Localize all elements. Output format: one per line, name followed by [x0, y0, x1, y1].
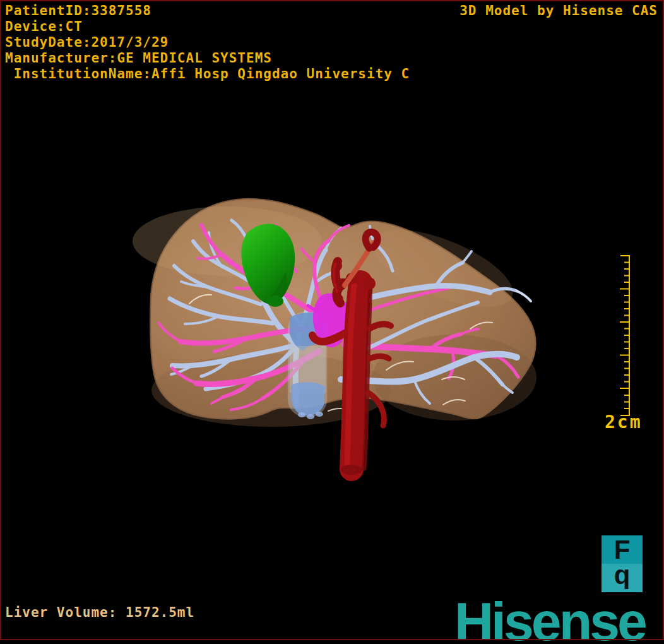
fd-logo-bottom: d [602, 564, 643, 592]
manufacturer-line: Manufacturer:GE MEDICAL SYSTEMS [5, 51, 410, 66]
patient-id-line: PatientID:3387558 [5, 3, 410, 19]
watermark-text: 3D Model by Hisense CAS [459, 3, 658, 19]
scale-ruler [620, 256, 629, 415]
fd-logo-letter-f: F [614, 537, 631, 563]
device-line: Device:CT [5, 19, 410, 35]
fd-logo-letter-d: d [614, 565, 631, 592]
institution-line: InstitutionName:Affi Hosp Qingdao Univer… [5, 66, 410, 82]
scale-ruler-label: 2cm [605, 412, 643, 432]
liver-3d-viewport[interactable] [0, 0, 664, 644]
cas-3d-viewer-screen: PatientID:3387558 Device:CT StudyDate:20… [0, 0, 664, 644]
liver-volume-readout: Liver Volume: 1572.5ml [5, 605, 194, 621]
patient-info-overlay: PatientID:3387558 Device:CT StudyDate:20… [5, 3, 410, 82]
hisense-wordmark: Hisense [454, 594, 645, 644]
fd-logo-top: F [602, 535, 643, 564]
fd-logo: F d [602, 535, 643, 592]
study-date-line: StudyDate:2017/3/29 [5, 35, 410, 51]
